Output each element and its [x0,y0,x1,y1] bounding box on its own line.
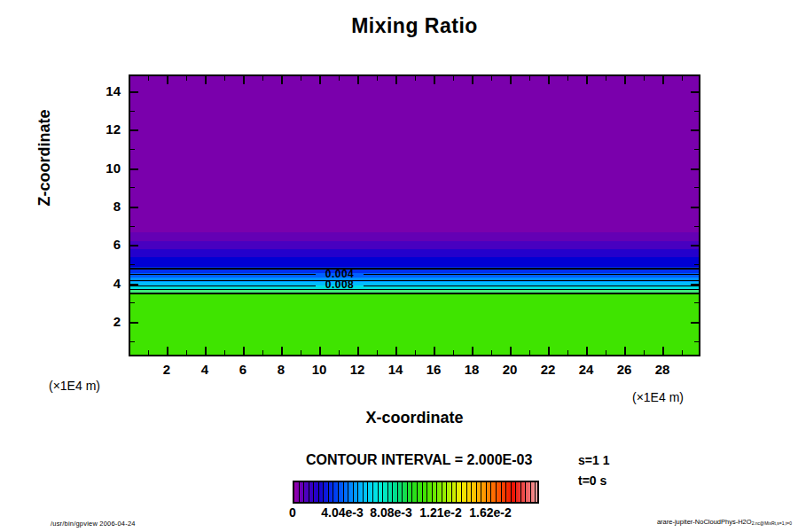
y-axis-tick [130,302,135,303]
y-axis-tick [130,187,135,188]
x-axis-tick [434,76,435,84]
y-axis-tick [691,168,699,170]
x-axis-tick [586,347,588,355]
y-axis-tick [691,91,699,93]
x-axis-tick [262,350,263,355]
y-tick-label: 10 [80,160,121,176]
x-axis-tick [395,347,397,355]
y-axis-tick [691,207,699,208]
x-axis-tick [357,347,359,355]
dataset-stamp: arare-jupiter-NoCloudPhys-H2O2.nc@MixRt,… [657,518,792,526]
x-axis-tick [662,347,664,355]
y-axis-tick [694,149,699,150]
y-axis-tick [694,226,699,227]
x-axis-tick [682,350,683,355]
colorbar-tick-label: 4.04e-3 [321,505,363,520]
contour-line [130,268,699,270]
y-axis-tick [130,91,138,93]
x-axis-tick [434,347,435,355]
x-tick-label: 2 [163,362,170,377]
y-tick-label: 14 [80,83,121,98]
x-axis-tick [377,350,378,355]
y-tick-label: 12 [80,121,121,137]
y-axis-tick [694,302,699,303]
x-axis-tick [453,350,454,355]
x-axis-tick [662,76,664,84]
x-axis-tick [644,350,645,355]
x-axis-tick [395,76,397,84]
y-tick-label: 4 [80,276,121,291]
y-axis-tick [130,322,138,324]
x-tick-label: 18 [465,362,480,377]
contour-line [130,280,699,281]
chart-title: Mixing Ratio [129,14,700,38]
x-axis-tick [624,76,626,84]
colorbar-tick-label: 1.62e-2 [469,505,511,520]
colorbar-tick-label: 0 [289,505,296,520]
x-tick-label: 14 [388,362,403,377]
x-axis-tick [243,76,245,84]
y-axis-tick [130,264,135,265]
y-axis-tick [694,264,699,265]
y-axis-tick [691,322,699,324]
plot-area: 0.004 0.008 [129,74,700,356]
x-axis-tick [624,347,626,355]
y-axis-tick [130,129,138,131]
x-axis-tick [548,347,550,355]
x-axis-tick [644,76,645,81]
x-axis-tick [529,350,530,355]
x-axis-tick [301,350,301,355]
y-axis-title-text: Z-coordinate [35,109,54,206]
x-axis-tick [148,350,149,355]
x-axis-tick [148,76,149,81]
x-axis-tick [510,347,512,355]
x-axis-tick [377,76,378,81]
x-axis-tick [453,76,454,81]
colorbar-tick-label: 1.21e-2 [419,505,461,520]
x-axis-tick [357,76,359,84]
contour-value-label: 0.008 [325,278,355,291]
x-tick-label: 28 [655,362,670,377]
x-axis-tick [529,76,530,81]
x-axis-tick [472,76,473,84]
x-tick-label: 24 [579,362,594,377]
x-unit-left: (×1E4 m) [49,379,100,393]
contour-line-segment [130,286,316,286]
contour-line-segment [364,274,699,275]
x-axis-tick [319,76,321,84]
x-axis-tick [567,76,568,81]
x-axis-tick [491,350,492,355]
x-axis-tick [491,76,492,81]
x-axis-tick [606,350,606,355]
x-axis-tick [548,76,550,84]
x-axis-tick [281,347,283,355]
gpview-figure: Mixing Ratio 0.004 0.008 Z-coordinate X-… [0,0,798,532]
x-axis-tick [586,76,588,84]
y-axis-tick [691,129,699,131]
x-axis-tick [606,76,606,81]
x-tick-label: 12 [350,362,365,377]
y-axis-tick [130,168,138,170]
x-axis-tick [415,76,416,81]
y-axis-tick [694,341,699,342]
x-axis-tick [224,76,225,81]
y-axis-tick [130,284,138,286]
x-tick-label: 6 [239,362,246,377]
x-axis-title: X-coordinate [129,409,700,427]
slice-index-label: s=1 1 [578,453,609,467]
y-axis-tick [130,149,135,150]
colorbar-tick-label: 8.08e-3 [370,505,411,520]
x-axis-tick [339,76,340,81]
x-unit-right: (×1E4 m) [632,390,684,404]
contour-interval-label: CONTOUR INTERVAL = 2.000E-03 [306,452,532,468]
x-tick-label: 4 [201,362,208,377]
y-tick-label: 6 [80,237,121,252]
x-axis-tick [262,76,263,81]
time-label: t=0 s [578,473,606,488]
y-axis-tick [130,111,135,112]
x-axis-tick [339,350,340,355]
x-axis-tick [682,76,683,81]
y-axis-tick [130,245,138,246]
x-axis-tick [167,76,168,84]
x-tick-label: 22 [541,362,556,377]
